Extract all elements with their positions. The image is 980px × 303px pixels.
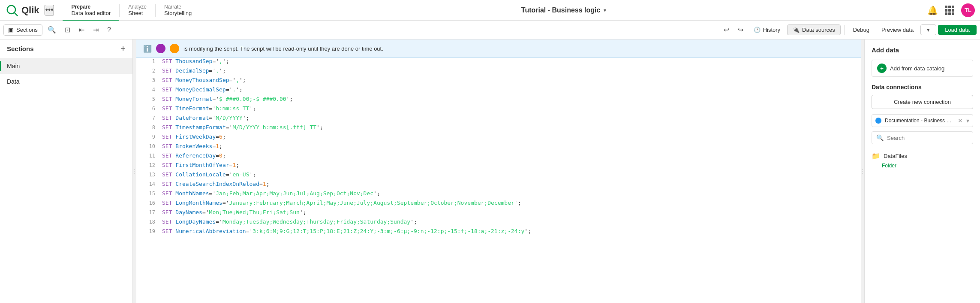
line-num-1: 1	[140, 58, 155, 64]
datafiles-folder-item[interactable]: 📁 DataFiles	[872, 149, 973, 163]
toolbar: ▣ Sections 🔍 ⊡ ⇤ ⇥ ? ↩ ↪ 🕐 History 🔌 Dat…	[0, 21, 980, 39]
history-button[interactable]: 🕐 History	[749, 25, 785, 35]
sidebar-item-main[interactable]: Main	[0, 58, 132, 74]
nav-narrate-sub: Storytelling	[164, 10, 192, 16]
code-line-14: 14 SET CreateSearchIndexOnReload=1;	[136, 181, 861, 190]
data-sources-label: Data sources	[802, 27, 835, 33]
nav-prepare-label: Prepare	[71, 4, 111, 10]
app-title: Tutorial - Business logic	[521, 6, 601, 14]
notification-button[interactable]: 🔔	[927, 5, 938, 15]
code-line-1: 1 SET ThousandSep=',';	[136, 58, 861, 67]
code-line-18: 18 SET LongDayNames='Monday;Tuesday;Wedn…	[136, 218, 861, 228]
connection-dot-icon	[875, 118, 881, 124]
data-sources-icon: 🔌	[793, 27, 800, 33]
sidebar-title: Sections	[7, 45, 34, 52]
qlik-wordmark: Qlik	[21, 5, 39, 16]
active-indicator	[0, 61, 1, 71]
sidebar-item-main-label: Main	[7, 63, 20, 70]
connection-name: Documentation - Business Logic ...	[885, 118, 954, 124]
nav-analyze[interactable]: Analyze Sheet	[120, 0, 155, 21]
format-button[interactable]: ⊡	[61, 24, 74, 36]
sidebar-item-data[interactable]: Data	[0, 74, 132, 89]
connection-expand-button[interactable]: ▾	[966, 117, 969, 124]
nav-prepare[interactable]: Prepare Data load editor	[63, 0, 119, 21]
code-line-5: 5 SET MoneyFormat='$ ###0.00;-$ ###0.00'…	[136, 96, 861, 105]
add-from-catalog-label: Add from data catalog	[890, 65, 944, 72]
top-nav: Qlik ••• Prepare Data load editor Analyz…	[0, 0, 980, 21]
user-avatar-small-1	[156, 44, 165, 53]
code-line-15: 15 SET MonthNames='Jan;Feb;Mar;Apr;May;J…	[136, 190, 861, 200]
nav-more-button[interactable]: •••	[45, 5, 54, 15]
add-plus-icon: +	[877, 64, 887, 73]
nav-narrate-label: Narrate	[164, 4, 192, 10]
toolbar-separator	[844, 25, 845, 35]
load-data-dropdown-button[interactable]: ▾	[920, 24, 936, 35]
datafiles-label: DataFiles	[884, 153, 907, 159]
info-banner-text: is modifying the script. The script will…	[183, 45, 383, 52]
svg-line-1	[15, 12, 18, 15]
info-banner: ℹ️ is modifying the script. The script w…	[136, 39, 861, 58]
info-icon: ℹ️	[143, 45, 152, 53]
apps-grid-icon[interactable]	[945, 6, 954, 15]
main-layout: Sections + Main Data ℹ️ is modifying the…	[0, 39, 980, 303]
nav-analyze-label: Analyze	[128, 4, 147, 10]
qlik-logo: Qlik	[5, 3, 39, 17]
code-line-12: 12 SET FirstMonthOfYear=1;	[136, 162, 861, 171]
connection-item: Documentation - Business Logic ... ✕ ▾	[872, 114, 973, 127]
connection-close-button[interactable]: ✕	[958, 117, 963, 124]
history-label: History	[763, 27, 780, 33]
code-line-8: 8 SET TimestampFormat='M/D/YYYY h:mm:ss[…	[136, 124, 861, 133]
right-panel: Add data + Add from data catalog Data co…	[864, 39, 980, 303]
load-data-label: Load data	[945, 27, 970, 33]
add-data-title: Add data	[872, 46, 973, 54]
nav-prepare-sub: Data load editor	[71, 10, 111, 16]
user-avatar-small-2	[170, 44, 179, 53]
code-line-13: 13 SET CollationLocale='en-US';	[136, 171, 861, 181]
redo-button[interactable]: ↪	[734, 24, 747, 36]
add-from-catalog-button[interactable]: + Add from data catalog	[872, 60, 973, 77]
preview-data-button[interactable]: Preview data	[876, 25, 919, 35]
search-input[interactable]	[887, 135, 968, 141]
code-line-19: 19 SET NumericalAbbreviation='3:k;6:M;9:…	[136, 228, 861, 237]
undo-button[interactable]: ↩	[720, 24, 733, 36]
nav-right: 🔔 TL	[927, 3, 975, 17]
sections-square-icon: ▣	[8, 27, 14, 33]
data-connections-title: Data connections	[872, 84, 973, 91]
resize-handle-right[interactable]	[861, 39, 864, 303]
code-line-3: 3 SET MoneyThousandSep=',';	[136, 77, 861, 86]
add-section-button[interactable]: +	[120, 44, 126, 54]
search-box[interactable]: 🔍	[872, 131, 973, 144]
folder-icon: 📁	[872, 152, 880, 160]
title-chevron-icon[interactable]: ▾	[604, 7, 606, 13]
user-avatar[interactable]: TL	[961, 3, 975, 17]
code-line-6: 6 SET TimeFormat='h:mm:ss TT';	[136, 105, 861, 115]
data-sources-button[interactable]: 🔌 Data sources	[787, 24, 841, 35]
sidebar: Sections + Main Data	[0, 39, 133, 303]
code-line-11: 11 SET ReferenceDay=0;	[136, 152, 861, 162]
code-line-16: 16 SET LongMonthNames='January;February;…	[136, 200, 861, 209]
sidebar-item-data-label: Data	[7, 78, 20, 85]
load-data-button[interactable]: Load data	[938, 25, 977, 35]
create-connection-button[interactable]: Create new connection	[872, 95, 973, 109]
code-editor[interactable]: 1 SET ThousandSep=','; 2 SET DecimalSep=…	[136, 58, 861, 303]
nav-analyze-sub: Sheet	[128, 10, 147, 16]
sidebar-header: Sections +	[0, 39, 132, 58]
code-line-9: 9 SET FirstWeekDay=6;	[136, 133, 861, 143]
sections-toggle-label: Sections	[16, 27, 38, 33]
indent-right-button[interactable]: ⇥	[90, 24, 102, 36]
search-button[interactable]: 🔍	[44, 24, 60, 36]
nav-narrate[interactable]: Narrate Storytelling	[156, 0, 200, 21]
resize-handle-left[interactable]	[133, 39, 136, 303]
code-line-10: 10 SET BrokenWeeks=1;	[136, 143, 861, 152]
nav-center: Tutorial - Business logic ▾	[200, 6, 927, 14]
debug-label: Debug	[853, 27, 869, 33]
search-icon: 🔍	[876, 134, 884, 141]
indent-left-button[interactable]: ⇤	[75, 24, 88, 36]
editor-area: ℹ️ is modifying the script. The script w…	[136, 39, 861, 303]
debug-button[interactable]: Debug	[848, 25, 875, 35]
folder-sub-label[interactable]: Folder	[872, 163, 973, 169]
sections-toggle-button[interactable]: ▣ Sections	[3, 24, 42, 36]
code-line-17: 17 SET DayNames='Mon;Tue;Wed;Thu;Fri;Sat…	[136, 209, 861, 218]
toolbar-right: ↩ ↪ 🕐 History 🔌 Data sources Debug Previ…	[720, 24, 977, 36]
help-button[interactable]: ?	[104, 24, 114, 36]
